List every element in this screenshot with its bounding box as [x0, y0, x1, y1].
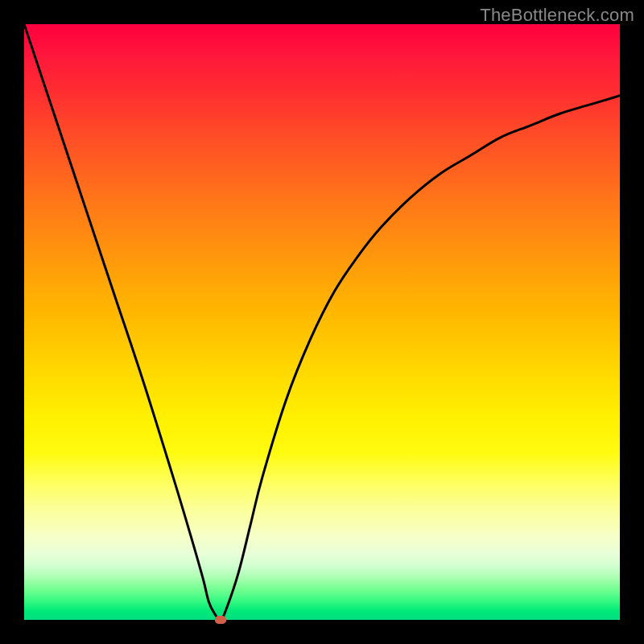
bottleneck-curve: [24, 24, 620, 620]
chart-frame: TheBottleneck.com: [0, 0, 644, 644]
watermark-text: TheBottleneck.com: [480, 5, 634, 26]
minimum-marker: [215, 616, 226, 624]
plot-area: [24, 24, 620, 620]
